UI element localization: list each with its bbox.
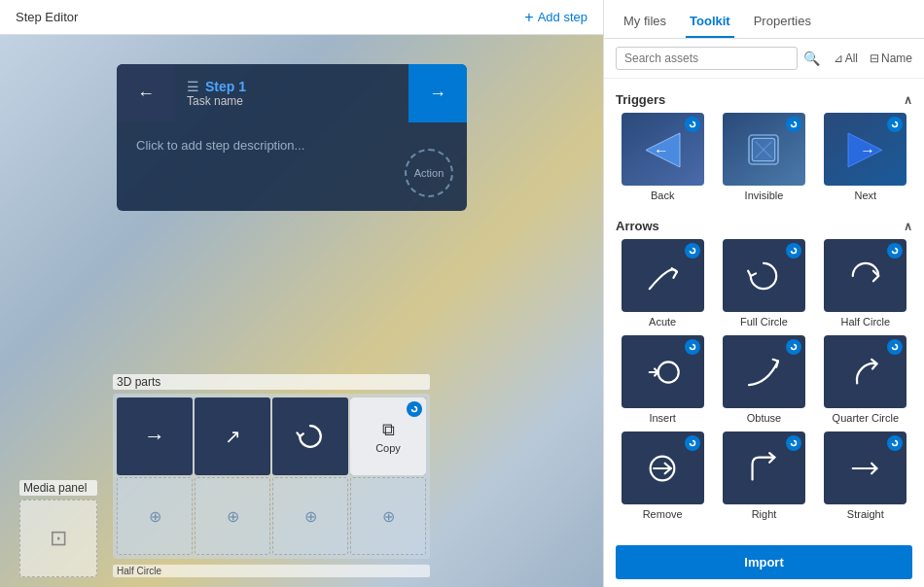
search-input[interactable] — [616, 47, 798, 70]
trigger-invisible-label: Invisible — [745, 190, 784, 201]
trigger-invisible-badge — [786, 117, 801, 132]
half-circle-label: Half Circle — [113, 565, 430, 577]
media-panel-section: Media panel ⊡ — [19, 480, 97, 577]
tab-my-files[interactable]: My files — [620, 6, 670, 38]
import-button[interactable]: Import — [616, 545, 912, 579]
filter-name-icon: ⊟ — [870, 52, 879, 65]
plus-icon: + — [524, 9, 533, 26]
filter-icon: ⊿ — [834, 52, 843, 65]
arrow-quartercircle-label: Quarter Circle — [833, 412, 899, 424]
filter-all-button[interactable]: ⊿ All — [834, 52, 858, 65]
trigger-next-item[interactable]: → Next — [819, 113, 912, 201]
arrow-remove-label: Remove — [643, 508, 683, 520]
svg-text:←: ← — [654, 141, 669, 157]
filter-name-button[interactable]: ⊟ Name — [870, 52, 912, 65]
step-card-header: ← ☰ Step 1 Task name → — [117, 64, 467, 122]
trigger-back-thumb: ← — [622, 113, 704, 186]
tab-properties[interactable]: Properties — [750, 6, 815, 38]
part-cell-circle-arrow[interactable] — [272, 397, 348, 475]
arrow-obtuse-badge — [786, 339, 801, 355]
copy-cell-badge — [407, 401, 422, 417]
toolkit-content: Triggers ∧ ← Back — [604, 79, 924, 537]
media-icon: ⊡ — [50, 526, 67, 551]
step-card: ← ☰ Step 1 Task name → Click to add step… — [117, 64, 467, 211]
arrow-right-thumb — [723, 432, 805, 504]
parts-grid: → ↗ ⧉ Copy — [113, 394, 430, 559]
arrow-acute-item[interactable]: Acute — [616, 239, 709, 328]
arrow-straight-item[interactable]: Straight — [819, 432, 912, 520]
copy-label: Copy — [375, 442, 401, 454]
arrow-quartercircle-thumb — [824, 335, 906, 408]
arrow-fullcircle-thumb — [723, 239, 805, 312]
part-cell-arrow-right[interactable]: → — [117, 397, 193, 475]
step-nav-forward-button[interactable]: → — [409, 64, 467, 122]
step-editor-header: Step Editor + Add step — [0, 0, 603, 35]
empty-icon-1: ⊕ — [149, 507, 161, 526]
media-panel-box[interactable]: ⊡ — [19, 500, 97, 577]
arrow-insert-item[interactable]: Insert — [616, 335, 709, 424]
right-tabs: My files Toolkit Properties — [604, 0, 924, 39]
trigger-next-badge — [887, 117, 903, 132]
trigger-back-item[interactable]: ← Back — [616, 113, 709, 201]
add-step-button[interactable]: + Add step — [524, 9, 587, 26]
media-panel-label: Media panel — [19, 480, 97, 496]
arrow-obtuse-thumb — [723, 335, 805, 408]
action-button[interactable]: Action — [405, 149, 453, 197]
parts-label: 3D parts — [113, 374, 430, 390]
arrows-chevron[interactable]: ∧ — [904, 220, 912, 233]
arrow-right-label: Right — [752, 508, 777, 520]
arrow-halfcircle-label: Half Circle — [840, 316, 890, 328]
empty-icon-2: ⊕ — [227, 507, 239, 526]
triggers-label: Triggers — [616, 92, 665, 107]
trigger-next-thumb: → — [824, 113, 906, 186]
canvas-area: ← ☰ Step 1 Task name → Click to add step… — [0, 35, 603, 587]
tab-toolkit[interactable]: Toolkit — [686, 6, 734, 38]
search-bar: 🔍 ⊿ All ⊟ Name — [604, 39, 924, 79]
filter-area: ⊿ All ⊟ Name — [834, 52, 912, 65]
left-panel: Step Editor + Add step ← ☰ Step 1 Task n… — [0, 0, 603, 587]
part-cell-empty-4[interactable]: ⊕ — [350, 477, 426, 555]
parts-section: 3D parts → ↗ — [113, 374, 430, 577]
triggers-grid: ← Back Invisibl — [616, 113, 912, 201]
arrow-right-item[interactable]: Right — [717, 432, 810, 520]
arrow-obtuse-label: Obtuse — [747, 412, 781, 424]
part-cell-empty-1[interactable]: ⊕ — [117, 477, 193, 555]
trigger-invisible-item[interactable]: Invisible — [717, 113, 810, 201]
step-nav-back-button[interactable]: ← — [117, 64, 175, 122]
arrows-section-header: Arrows ∧ — [616, 213, 912, 239]
arrow-fullcircle-label: Full Circle — [740, 316, 788, 328]
arrow-straight-label: Straight — [847, 508, 884, 520]
empty-icon-3: ⊕ — [304, 507, 317, 526]
arrow-straight-badge — [887, 435, 903, 451]
part-cell-copy[interactable]: ⧉ Copy — [350, 397, 426, 475]
empty-icon-4: ⊕ — [382, 507, 395, 526]
arrow-acute-badge — [685, 243, 700, 259]
arrow-insert-thumb — [622, 335, 704, 408]
step-info: ☰ Step 1 Task name — [175, 64, 409, 122]
arrow-acute-thumb — [622, 239, 704, 312]
arrow-right-icon: → — [144, 424, 165, 449]
arrow-remove-item[interactable]: Remove — [616, 432, 709, 520]
part-cell-arrow-diagonal[interactable]: ↗ — [195, 397, 270, 475]
arrow-insert-label: Insert — [649, 412, 676, 424]
part-cell-empty-2[interactable]: ⊕ — [195, 477, 270, 555]
arrow-obtuse-item[interactable]: Obtuse — [717, 335, 810, 424]
filter-all-label: All — [845, 52, 858, 65]
arrow-remove-badge — [685, 435, 700, 451]
search-icon[interactable]: 🔍 — [803, 51, 820, 66]
triggers-chevron[interactable]: ∧ — [904, 93, 912, 107]
copy-icon: ⧉ — [382, 420, 395, 440]
circle-arrow-svg — [293, 419, 328, 454]
trigger-invisible-thumb — [723, 113, 805, 186]
step-list-icon: ☰ — [187, 79, 199, 94]
arrow-fullcircle-item[interactable]: Full Circle — [717, 239, 810, 328]
arrow-acute-label: Acute — [649, 316, 676, 328]
task-name: Task name — [187, 94, 397, 108]
part-cell-empty-3[interactable]: ⊕ — [272, 477, 348, 555]
arrow-halfcircle-item[interactable]: Half Circle — [819, 239, 912, 328]
step-name: Step 1 — [205, 79, 246, 94]
action-label: Action — [414, 167, 444, 179]
arrow-straight-thumb — [824, 432, 906, 504]
svg-rect-6 — [753, 138, 775, 160]
arrow-quartercircle-item[interactable]: Quarter Circle — [819, 335, 912, 424]
